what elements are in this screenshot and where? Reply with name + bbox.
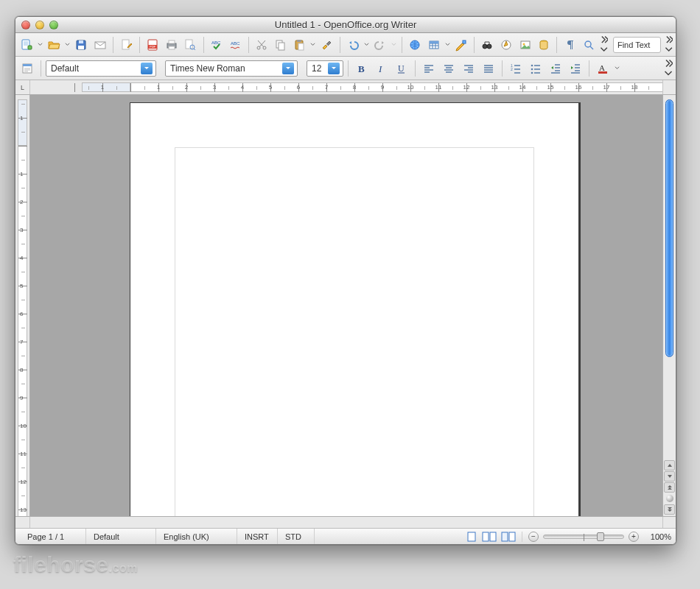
cut-button[interactable] bbox=[253, 36, 270, 54]
status-language[interactable]: English (UK) bbox=[156, 529, 237, 544]
zoom-controls: − + 100% bbox=[522, 532, 671, 542]
email-button[interactable] bbox=[92, 36, 109, 54]
toolbar-separator bbox=[139, 37, 140, 53]
status-insert-mode[interactable]: INSRT bbox=[237, 529, 278, 544]
formatting-toolbar-overflow[interactable] bbox=[664, 59, 673, 78]
text-frame[interactable] bbox=[175, 147, 534, 516]
nonprinting-chars-button[interactable] bbox=[561, 36, 578, 54]
navigator-button[interactable] bbox=[498, 36, 515, 54]
numbered-list-button[interactable]: 12 bbox=[507, 60, 525, 77]
undo-dropdown[interactable] bbox=[363, 42, 369, 47]
open-button[interactable] bbox=[46, 36, 63, 54]
window-minimize-button[interactable] bbox=[35, 21, 44, 29]
find-replace-button[interactable] bbox=[479, 36, 496, 54]
hyperlink-button[interactable] bbox=[407, 36, 424, 54]
font-name-combo[interactable]: Times New Roman bbox=[165, 60, 298, 77]
window-close-button[interactable] bbox=[21, 21, 30, 29]
toolbar-overflow[interactable] bbox=[600, 35, 608, 54]
edit-file-button[interactable] bbox=[118, 36, 135, 54]
bold-button[interactable]: B bbox=[353, 60, 371, 77]
document-pencil-icon bbox=[120, 38, 133, 52]
align-left-button[interactable] bbox=[420, 60, 438, 77]
align-right-button[interactable] bbox=[460, 60, 477, 77]
new-document-dropdown[interactable] bbox=[38, 42, 43, 47]
status-page[interactable]: Page 1 / 1 bbox=[20, 529, 86, 544]
single-page-view-icon[interactable] bbox=[466, 532, 477, 542]
scroll-down-button[interactable] bbox=[664, 471, 675, 482]
book-view-icon[interactable] bbox=[501, 532, 516, 542]
styles-window-button[interactable] bbox=[18, 60, 36, 77]
paragraph-style-combo[interactable]: Default bbox=[46, 60, 156, 77]
print-button[interactable] bbox=[164, 36, 181, 54]
decrease-indent-button[interactable] bbox=[547, 60, 564, 77]
redo-dropdown[interactable] bbox=[391, 42, 396, 47]
undo-button[interactable] bbox=[345, 36, 362, 54]
horizontal-scrollbar[interactable] bbox=[30, 517, 662, 528]
bulleted-list-icon bbox=[529, 62, 542, 75]
format-paintbrush-button[interactable] bbox=[318, 36, 335, 54]
vertical-ruler[interactable]: 11234567891011121314 bbox=[15, 95, 30, 516]
table-button[interactable] bbox=[425, 36, 442, 54]
new-document-button[interactable] bbox=[18, 36, 35, 54]
export-pdf-button[interactable]: PDF bbox=[144, 36, 161, 54]
align-center-button[interactable] bbox=[440, 60, 458, 77]
svg-point-34 bbox=[585, 41, 591, 47]
status-bar: Page 1 / 1 Default English (UK) INSRT ST… bbox=[15, 528, 676, 544]
zoom-slider-knob[interactable] bbox=[597, 532, 604, 541]
table-dropdown[interactable] bbox=[444, 42, 450, 47]
next-page-button[interactable] bbox=[664, 504, 675, 515]
svg-rect-22 bbox=[297, 40, 301, 42]
increase-indent-button[interactable] bbox=[567, 60, 584, 77]
scrollbar-thumb[interactable] bbox=[665, 99, 673, 357]
print-preview-button[interactable] bbox=[182, 36, 199, 54]
scissors-icon bbox=[255, 38, 268, 52]
find-toolbar-overflow[interactable] bbox=[665, 35, 673, 54]
spellcheck-button[interactable]: ABC bbox=[209, 36, 225, 54]
zoom-value[interactable]: 100% bbox=[643, 532, 671, 541]
font-name-value: Times New Roman bbox=[170, 63, 245, 74]
underline-button[interactable]: U bbox=[393, 60, 410, 77]
show-draw-functions-button[interactable] bbox=[453, 36, 470, 54]
horizontal-ruler[interactable]: 1123456789101112131415161718 bbox=[30, 80, 662, 94]
align-justify-icon bbox=[482, 62, 495, 75]
paste-button[interactable] bbox=[291, 36, 308, 54]
navigation-button[interactable] bbox=[664, 493, 675, 504]
redo-button[interactable] bbox=[372, 36, 389, 54]
window-zoom-button[interactable] bbox=[49, 21, 58, 29]
zoom-in-button[interactable]: + bbox=[629, 532, 639, 542]
previous-page-button[interactable] bbox=[664, 482, 675, 493]
status-page-style[interactable]: Default bbox=[86, 529, 156, 544]
paste-dropdown[interactable] bbox=[310, 42, 316, 47]
ruler-corner[interactable]: L bbox=[15, 80, 30, 94]
bulleted-list-button[interactable] bbox=[527, 60, 545, 77]
svg-rect-12 bbox=[169, 46, 175, 49]
gallery-button[interactable] bbox=[517, 36, 533, 54]
font-color-button[interactable]: A bbox=[594, 60, 612, 77]
svg-rect-48 bbox=[468, 532, 475, 541]
italic-button[interactable]: I bbox=[373, 60, 391, 77]
document-canvas[interactable] bbox=[30, 95, 662, 516]
zoom-out-button[interactable]: − bbox=[528, 532, 539, 542]
save-button[interactable] bbox=[73, 36, 90, 54]
chevron-down-icon bbox=[141, 63, 153, 74]
font-size-combo[interactable]: 12 bbox=[307, 60, 343, 77]
vertical-scrollbar[interactable] bbox=[662, 95, 676, 516]
document-page[interactable] bbox=[130, 102, 579, 516]
data-sources-button[interactable] bbox=[536, 36, 553, 54]
align-justify-button[interactable] bbox=[480, 60, 497, 77]
zoom-slider[interactable] bbox=[543, 535, 624, 539]
font-color-dropdown[interactable] bbox=[614, 66, 620, 71]
copy-button[interactable] bbox=[272, 36, 289, 54]
auto-spellcheck-button[interactable]: ABC bbox=[227, 36, 244, 54]
zoom-button[interactable] bbox=[581, 36, 598, 54]
svg-rect-52 bbox=[509, 532, 515, 541]
multi-page-view-icon[interactable] bbox=[482, 532, 497, 542]
toolbar-separator bbox=[203, 37, 204, 53]
status-selection-mode[interactable]: STD bbox=[278, 529, 315, 544]
toolbar-separator bbox=[556, 37, 557, 53]
clipboard-icon bbox=[293, 38, 306, 52]
scroll-up-button[interactable] bbox=[664, 460, 675, 470]
open-dropdown[interactable] bbox=[65, 42, 71, 47]
find-text-field[interactable]: Find Text bbox=[613, 37, 661, 53]
svg-rect-51 bbox=[502, 532, 508, 541]
